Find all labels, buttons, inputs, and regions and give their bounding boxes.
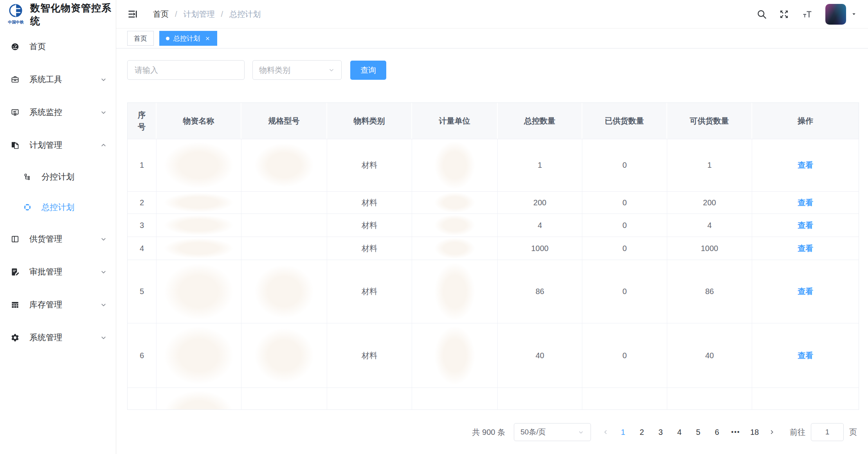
document-edit-icon bbox=[11, 267, 20, 276]
redacted-content bbox=[434, 262, 475, 320]
breadcrumb-item-首页[interactable]: 首页 bbox=[153, 9, 169, 20]
dashboard-icon bbox=[11, 42, 20, 51]
keyword-input[interactable] bbox=[127, 60, 245, 80]
table-header-row: 序号物资名称规格型号物料类别计量单位总控数量已供货数量可供货数量操作 bbox=[128, 103, 859, 139]
page-number-18[interactable]: 18 bbox=[745, 423, 764, 441]
sidebar-item-审批管理[interactable]: 审批管理 bbox=[0, 255, 116, 288]
pagination-total: 共 900 条 bbox=[472, 427, 505, 438]
cell-material-category: 材料 bbox=[327, 139, 412, 191]
documents-icon bbox=[11, 141, 20, 150]
page-number-3[interactable]: 3 bbox=[651, 423, 670, 441]
cell-supplied-qty: 0 bbox=[582, 323, 667, 388]
page-number-5[interactable]: 5 bbox=[689, 423, 708, 441]
sidebar-item-label: 系统管理 bbox=[29, 332, 62, 343]
view-link[interactable]: 查看 bbox=[798, 197, 813, 208]
sidebar-item-总控计划[interactable]: 总控计划 bbox=[0, 192, 116, 223]
cell-spec-model bbox=[241, 214, 327, 237]
cell-supplied-qty-value: 0 bbox=[622, 198, 627, 207]
cell-available-qty-value: 4 bbox=[707, 221, 711, 230]
avatar[interactable] bbox=[825, 4, 846, 25]
fullscreen-icon[interactable] bbox=[779, 9, 789, 20]
redacted-content bbox=[164, 215, 233, 235]
app-logo: 中国中铁 数智化物资管控系统 bbox=[0, 0, 116, 29]
briefcase-icon bbox=[11, 75, 20, 84]
cell-material-category: 材料 bbox=[327, 237, 412, 260]
cell-total-qty-value: 40 bbox=[535, 351, 544, 360]
chevron-down-icon bbox=[100, 76, 107, 83]
redacted-content bbox=[164, 327, 233, 384]
sidebar-item-label: 库存管理 bbox=[29, 299, 62, 310]
redacted-content bbox=[434, 192, 475, 213]
caret-down-icon[interactable] bbox=[851, 11, 857, 17]
cell-total-qty-value: 86 bbox=[535, 287, 544, 296]
query-button[interactable]: 查询 bbox=[350, 61, 386, 80]
redacted-content bbox=[434, 141, 475, 189]
tab-总控计划[interactable]: 总控计划 bbox=[159, 31, 217, 46]
cell-available-qty-value: 200 bbox=[703, 198, 716, 207]
page-number-2[interactable]: 2 bbox=[632, 423, 651, 441]
redacted-content bbox=[164, 142, 233, 189]
redacted-content bbox=[164, 391, 233, 410]
menu-fold-icon[interactable] bbox=[127, 9, 138, 20]
cell-available-qty-value: 1000 bbox=[701, 244, 719, 253]
cell-available-qty: 200 bbox=[667, 192, 752, 214]
sidebar-item-系统监控[interactable]: 系统监控 bbox=[0, 96, 116, 129]
cell-unit bbox=[412, 237, 498, 260]
sidebar-item-库存管理[interactable]: 库存管理 bbox=[0, 288, 116, 321]
cell-material-name bbox=[157, 214, 241, 237]
search-icon[interactable] bbox=[756, 9, 767, 20]
view-link[interactable]: 查看 bbox=[798, 286, 813, 297]
cell-material-category-value: 材料 bbox=[362, 350, 377, 361]
sidebar-item-分控计划[interactable]: 分控计划 bbox=[0, 162, 116, 192]
page-number-1[interactable]: 1 bbox=[614, 423, 632, 441]
topbar: 首页/计划管理/总控计划 bbox=[116, 0, 868, 29]
chevron-up-icon bbox=[100, 142, 107, 149]
segmented-circle-icon bbox=[23, 203, 31, 211]
goto-page-input[interactable] bbox=[811, 423, 844, 441]
sidebar-menu: 首页系统工具系统监控计划管理分控计划总控计划供货管理审批管理库存管理系统管理 bbox=[0, 29, 116, 354]
cell-available-qty: 1 bbox=[667, 139, 752, 191]
cell-material-name bbox=[157, 139, 241, 191]
view-link[interactable]: 查看 bbox=[798, 243, 813, 254]
cell-supplied-qty: 0 bbox=[582, 214, 667, 237]
sidebar-item-系统工具[interactable]: 系统工具 bbox=[0, 63, 116, 96]
page-number-4[interactable]: 4 bbox=[670, 423, 689, 441]
pager-more[interactable]: ••• bbox=[726, 423, 745, 441]
filter-bar: 物料类别 查询 bbox=[127, 60, 857, 80]
prev-page-button[interactable] bbox=[598, 423, 614, 441]
tab-首页[interactable]: 首页 bbox=[127, 31, 154, 46]
breadcrumb: 首页/计划管理/总控计划 bbox=[153, 9, 261, 20]
data-table: 序号物资名称规格型号物料类别计量单位总控数量已供货数量可供货数量操作 1材料10… bbox=[127, 102, 859, 410]
sidebar-item-label: 供货管理 bbox=[29, 233, 62, 244]
sidebar-item-计划管理[interactable]: 计划管理 bbox=[0, 129, 116, 162]
redacted-content bbox=[164, 193, 233, 212]
sidebar: 中国中铁 数智化物资管控系统 首页系统工具系统监控计划管理分控计划总控计划供货管… bbox=[0, 0, 116, 454]
cell-actions: 查看 bbox=[752, 192, 859, 214]
font-size-icon[interactable] bbox=[801, 9, 814, 20]
sidebar-item-供货管理[interactable]: 供货管理 bbox=[0, 223, 116, 255]
close-icon[interactable] bbox=[205, 36, 211, 41]
view-link[interactable]: 查看 bbox=[798, 220, 813, 231]
cell-spec-model bbox=[241, 139, 327, 191]
sidebar-item-首页[interactable]: 首页 bbox=[0, 30, 116, 63]
category-select[interactable]: 物料类别 bbox=[252, 60, 342, 80]
next-page-button[interactable] bbox=[764, 423, 780, 441]
page-number-6[interactable]: 6 bbox=[708, 423, 726, 441]
view-link[interactable]: 查看 bbox=[798, 160, 813, 170]
sidebar-item-label: 系统工具 bbox=[29, 74, 62, 85]
cell-spec-model bbox=[241, 388, 327, 410]
table-row: 4材料100001000查看 bbox=[128, 237, 859, 260]
breadcrumb-item-计划管理: 计划管理 bbox=[184, 9, 215, 20]
view-link[interactable]: 查看 bbox=[798, 350, 813, 361]
cell-supplied-qty: 0 bbox=[582, 139, 667, 191]
tree-icon bbox=[23, 173, 31, 181]
cell-material-category-value: 材料 bbox=[362, 243, 377, 254]
breadcrumb-separator: / bbox=[175, 10, 177, 19]
chevron-down-icon bbox=[100, 301, 107, 309]
page-size-select[interactable]: 50条/页 bbox=[514, 423, 591, 441]
tab-label: 总控计划 bbox=[173, 34, 200, 43]
cell-total-qty-value: 1000 bbox=[531, 244, 549, 253]
sidebar-item-系统管理[interactable]: 系统管理 bbox=[0, 321, 116, 354]
cell-material-name bbox=[157, 192, 241, 214]
row-index: 1 bbox=[128, 139, 157, 191]
